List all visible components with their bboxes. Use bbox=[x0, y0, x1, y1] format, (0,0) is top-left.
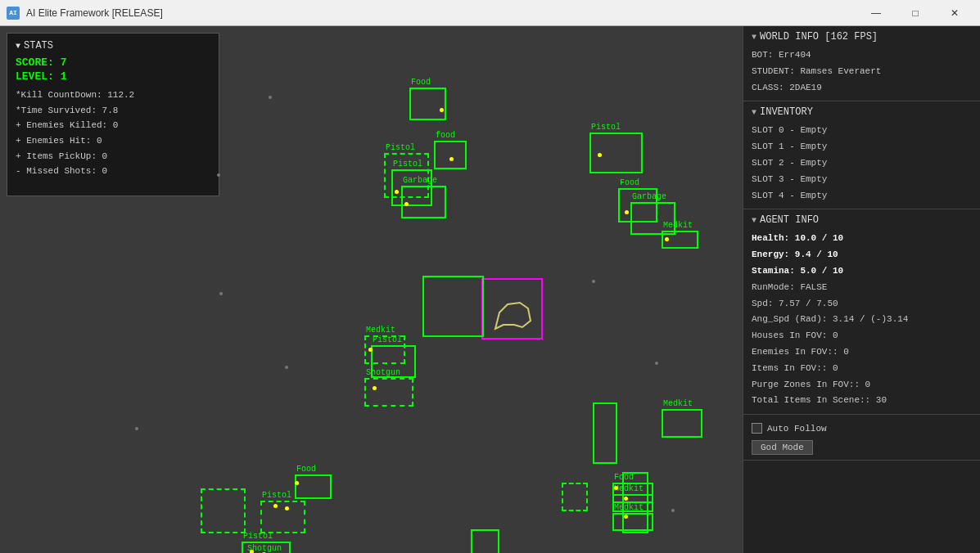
world-info-header: WORLD INFO [162 FPS] bbox=[752, 31, 972, 43]
agent-enemies-fov: Enemies In FOV:: 0 bbox=[752, 344, 972, 361]
god-mode-button[interactable]: God Mode bbox=[752, 440, 813, 455]
auto-follow-row[interactable]: Auto Follow bbox=[752, 423, 972, 434]
object-label: Medkit bbox=[366, 326, 395, 335]
agent-info-header: AGENT INFO bbox=[752, 214, 972, 226]
inventory-header: INVENTORY bbox=[752, 106, 972, 118]
inventory-section: INVENTORY SLOT 0 - Empty SLOT 1 - Empty … bbox=[743, 101, 980, 209]
object-label: Food bbox=[620, 178, 639, 187]
missed-shots: - Missed Shots: 0 bbox=[16, 164, 210, 179]
agent-stamina: Stamina: 5.0 / 10 bbox=[752, 263, 972, 280]
object-label: Pistol bbox=[262, 491, 291, 500]
scatter-dot bbox=[655, 362, 658, 365]
auto-follow-label: Auto Follow bbox=[767, 424, 827, 434]
close-button[interactable]: ✕ bbox=[936, 0, 973, 26]
game-object-obj17: Food bbox=[295, 474, 332, 499]
agent-energy: Energy: 9.4 / 10 bbox=[752, 247, 972, 263]
game-object-obj1: Food bbox=[409, 88, 446, 120]
minimize-button[interactable]: — bbox=[857, 0, 895, 26]
kill-countdown: *Kill CountDown: 112.2 bbox=[16, 88, 210, 103]
main-area: STATS SCORE: 7 LEVEL: 1 *Kill CountDown:… bbox=[0, 26, 980, 553]
item-dot bbox=[598, 153, 602, 157]
bot-info: BOT: Err404 bbox=[752, 47, 972, 64]
score-label: SCORE: bbox=[16, 56, 54, 69]
agent-runmode: RunMode: FALSE bbox=[752, 280, 972, 296]
sidebar: WORLD INFO [162 FPS] BOT: Err404 STUDENT… bbox=[743, 26, 980, 553]
maximize-button[interactable]: □ bbox=[896, 0, 934, 26]
object-label: Food bbox=[296, 465, 316, 474]
player-shape bbox=[491, 288, 536, 333]
game-area: STATS SCORE: 7 LEVEL: 1 *Kill CountDown:… bbox=[0, 26, 743, 553]
score-display: SCORE: 7 bbox=[16, 56, 210, 69]
object-label: Garbage bbox=[632, 192, 666, 201]
scatter-dot bbox=[269, 96, 272, 99]
enemies-killed: + Enemies Killed: 0 bbox=[16, 118, 210, 133]
agent-total-items: Total Items In Scene:: 30 bbox=[752, 393, 972, 409]
object-label: Medkit bbox=[614, 484, 644, 493]
item-dot bbox=[614, 486, 618, 490]
item-dot bbox=[395, 190, 399, 194]
score-value: 7 bbox=[61, 56, 67, 69]
window-title: AI Elite Framework [RELEASE] bbox=[26, 7, 857, 19]
agent-ang-spd: Ang_Spd (Rad): 3.14 / (-)3.14 bbox=[752, 312, 972, 328]
object-label: Pistol bbox=[386, 143, 415, 152]
slot-2: SLOT 2 - Empty bbox=[752, 155, 972, 172]
object-label: Shotgun bbox=[366, 368, 400, 377]
level-value: 1 bbox=[61, 70, 67, 83]
level-label: LEVEL: bbox=[16, 70, 54, 83]
scatter-dot bbox=[135, 427, 138, 430]
game-object-obj18: Pistol bbox=[260, 501, 305, 533]
slot-0: SLOT 0 - Empty bbox=[752, 123, 972, 139]
agent-houses-fov: Houses In FOV: 0 bbox=[752, 328, 972, 344]
game-object-obj2: food bbox=[434, 141, 467, 169]
game-object-obj13: Shotgun bbox=[364, 378, 413, 407]
scatter-dot bbox=[592, 280, 595, 283]
item-dot bbox=[285, 506, 289, 510]
scatter-dot bbox=[219, 292, 223, 295]
item-dot bbox=[404, 202, 409, 206]
item-dot bbox=[440, 108, 444, 112]
window-controls: — □ ✕ bbox=[857, 0, 973, 26]
game-object-obj22 bbox=[562, 483, 588, 511]
scatter-dot bbox=[217, 173, 220, 177]
object-label: Pistol bbox=[373, 335, 402, 344]
enemies-hit: + Enemies Hit: 0 bbox=[16, 133, 210, 149]
scatter-dot bbox=[285, 366, 288, 369]
item-dot bbox=[295, 481, 299, 485]
item-dot bbox=[449, 157, 454, 161]
game-object-obj8: Garbage bbox=[630, 202, 675, 235]
class-info: CLASS: 2DAE19 bbox=[752, 80, 972, 97]
level-display: LEVEL: 1 bbox=[16, 70, 210, 83]
game-object-obj14: Medkit bbox=[662, 409, 702, 438]
agent-items-fov: Items In FOV:: 0 bbox=[752, 361, 972, 377]
agent-health: Health: 10.0 / 10 bbox=[752, 231, 972, 247]
time-survived: *Time Survived: 7.8 bbox=[16, 103, 210, 119]
slot-3: SLOT 3 - Empty bbox=[752, 172, 972, 188]
stats-header: STATS bbox=[16, 40, 210, 52]
item-dot bbox=[624, 515, 628, 519]
item-dot bbox=[665, 237, 669, 241]
slot-4: SLOT 4 - Empty bbox=[752, 188, 972, 205]
agent-info-section: AGENT INFO Health: 10.0 / 10 Energy: 9.4… bbox=[743, 209, 980, 415]
world-info-section: WORLD INFO [162 FPS] BOT: Err404 STUDENT… bbox=[743, 26, 980, 101]
auto-follow-checkbox[interactable] bbox=[752, 423, 762, 434]
agent-spd: Spd: 7.57 / 7.50 bbox=[752, 296, 972, 312]
game-object-obj21 bbox=[201, 488, 246, 533]
object-label: Medkit bbox=[663, 399, 693, 408]
item-dot bbox=[625, 210, 629, 214]
object-label: Medkit bbox=[663, 221, 693, 230]
controls-section: Auto Follow God Mode bbox=[743, 415, 980, 461]
object-label: Pistol bbox=[393, 160, 422, 169]
object-label: food bbox=[436, 131, 455, 140]
item-dot bbox=[373, 386, 377, 390]
item-dot bbox=[368, 348, 373, 352]
object-label: Medkit bbox=[614, 503, 644, 512]
game-object-obj10 bbox=[422, 276, 484, 337]
game-object-obj25: Medkit bbox=[612, 513, 653, 531]
items-pickup: + Items PickUp: 0 bbox=[16, 149, 210, 164]
game-object-obj15 bbox=[593, 402, 617, 464]
object-label: Food bbox=[614, 473, 634, 482]
item-dot bbox=[624, 497, 628, 501]
student-info: STUDENT: Ramses Everaert bbox=[752, 64, 972, 80]
object-label: Garbage bbox=[403, 176, 437, 185]
svg-marker-0 bbox=[495, 303, 531, 329]
